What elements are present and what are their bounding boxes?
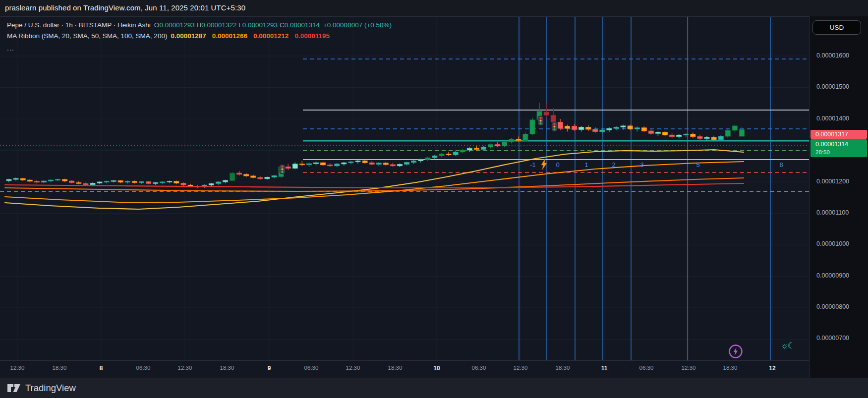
time-tick: 06:30 [136, 365, 151, 371]
candle-body [704, 137, 709, 139]
time-tick: 18:30 [53, 365, 67, 371]
candle-body [648, 131, 653, 133]
candle-body [111, 180, 116, 181]
price-tick: 0.00001100 [816, 209, 849, 216]
traffic-light-sticker [538, 116, 543, 125]
price-tick: 0.00001200 [816, 178, 849, 185]
candle-body [691, 134, 695, 137]
candle-body [153, 182, 158, 183]
candle-body [523, 134, 528, 141]
candle-body [509, 139, 514, 142]
candle-body [621, 126, 626, 127]
candle-body [439, 154, 444, 156]
indicator-row[interactable]: MA Ribbon (SMA, 20, SMA, 50, SMA, 100, S… [7, 32, 392, 43]
candle-body [209, 183, 214, 185]
candle-body [48, 180, 53, 181]
fib-timezone-label: 5 [696, 161, 699, 169]
candle-body [663, 132, 668, 135]
chart-pane[interactable]: -1012358 Pepe / U.S. dollar · 1h · BITST… [0, 16, 809, 361]
ohlc-value: 0.00001293 [242, 21, 280, 29]
candle-body [174, 181, 179, 183]
price-chart[interactable]: -1012358 [0, 17, 809, 361]
ma-value: 0.00001212 [253, 32, 289, 40]
candle-body [97, 182, 102, 183]
candle-body [453, 152, 458, 155]
ohlc-value: 0.00001314 [285, 21, 320, 29]
fib-timezone-label: 2 [612, 161, 615, 169]
candle-body [362, 161, 367, 163]
candle-body [181, 183, 186, 185]
time-tick: 12:30 [682, 365, 696, 371]
symbol-title[interactable]: Pepe / U.S. dollar · 1h · BITSTAMP · Hei… [7, 21, 151, 29]
price-tick: 0.00001400 [816, 115, 849, 122]
candle-body [641, 128, 646, 131]
candle-body [139, 181, 144, 182]
candle-body [502, 142, 507, 146]
candle-body [272, 175, 277, 177]
time-tick: 06:30 [639, 365, 654, 371]
candle-body [739, 130, 744, 136]
candle-body [551, 115, 556, 122]
candle-body [376, 163, 381, 165]
candle-body [216, 182, 221, 183]
fib-timezone-label: -1 [530, 161, 536, 169]
ohlc-key: O [154, 21, 160, 29]
last-price-badge: 0.00001314 28:50 [810, 139, 867, 157]
indicator-title[interactable]: MA Ribbon (SMA, 20, SMA, 50, SMA, 100, S… [7, 32, 167, 40]
candle-body [306, 164, 311, 165]
candle-body [160, 182, 165, 183]
brand-name[interactable]: TradingView [25, 383, 76, 394]
candle-body [446, 154, 451, 155]
price-badge-red: 0.00001317 [810, 130, 867, 139]
change-value: +0.00000007 (+0.50%) [323, 21, 392, 29]
candle-body [586, 127, 591, 129]
candle-body [342, 163, 347, 164]
candle-body [607, 128, 612, 130]
candle-body [251, 176, 256, 177]
time-tick-day: 10 [433, 365, 440, 372]
candle-body [20, 178, 25, 180]
candle-body [335, 164, 340, 166]
footer-bar: TradingView [0, 378, 868, 398]
price-tick: 0.00001000 [816, 240, 849, 247]
candle-body [348, 162, 353, 163]
candle-body [41, 181, 46, 182]
candle-body [600, 130, 605, 131]
price-tick: 0.00000800 [816, 303, 849, 310]
sma-line [5, 150, 744, 209]
candle-body [328, 165, 333, 166]
tradingview-logo-icon[interactable] [6, 382, 21, 394]
candle-body [314, 163, 319, 164]
more-indicators-ellipsis[interactable]: ... [7, 44, 392, 52]
symbol-row[interactable]: Pepe / U.S. dollar · 1h · BITSTAMP · Hei… [7, 21, 392, 32]
candle-body [516, 139, 521, 141]
currency-button[interactable]: USD [812, 20, 861, 35]
ohlc-value: 0.00001293 [159, 21, 196, 29]
time-tick: 18:30 [220, 365, 234, 371]
candle-body [76, 182, 81, 183]
time-tick-day: 11 [601, 365, 608, 372]
candle-body [34, 181, 39, 182]
fib-timezone-label: 8 [779, 161, 783, 169]
candle-body [558, 122, 563, 128]
traffic-light-sticker [280, 165, 285, 174]
candle-body [418, 160, 423, 161]
tradingview-snapshot: praslearn published on TradingView.com, … [0, 0, 868, 398]
candle-body [488, 144, 493, 147]
lightning-circle-icon[interactable] [728, 344, 743, 359]
time-tick-day: 9 [268, 365, 271, 372]
candle-body [237, 173, 242, 174]
time-tick: 18:30 [723, 365, 738, 371]
candle-body [265, 177, 270, 178]
fib-timezone-label: 3 [640, 161, 643, 169]
candle-body [677, 135, 682, 136]
time-tick-day: 12 [769, 365, 775, 372]
time-tick: 18:30 [388, 365, 403, 371]
time-tick-day: 8 [100, 365, 103, 372]
candle-body [27, 180, 32, 181]
candle-body [244, 174, 249, 176]
candle-body [83, 183, 88, 185]
time-axis[interactable]: 12:3018:30806:3012:3018:30906:3012:3018:… [0, 360, 809, 378]
sun-moon-icon: ☼☾ [781, 341, 794, 351]
price-axis[interactable]: USD 0.000016000.000015000.000014000.0000… [809, 16, 868, 378]
